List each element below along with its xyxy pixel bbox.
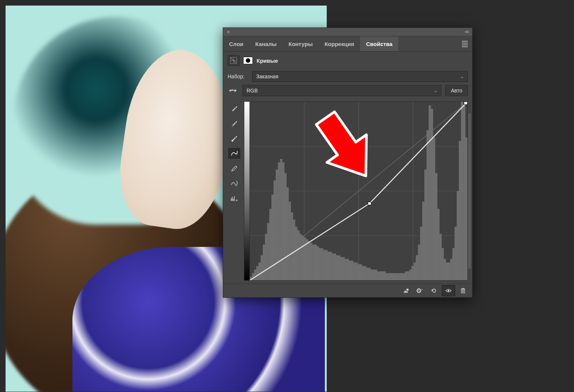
tab-adjustments[interactable]: Коррекция: [319, 36, 360, 51]
layer-mask-icon[interactable]: [242, 56, 254, 65]
svg-rect-46: [317, 246, 319, 280]
tab-paths[interactable]: Контуры: [283, 36, 319, 51]
svg-rect-70: [368, 268, 371, 280]
curves-plot[interactable]: [250, 102, 467, 280]
collapse-icon[interactable]: <<: [463, 29, 470, 35]
curve-point-tool[interactable]: [228, 148, 240, 159]
svg-rect-55: [336, 255, 338, 280]
white-point-eyedropper[interactable]: [229, 133, 240, 143]
svg-rect-103: [440, 234, 442, 280]
svg-rect-24: [269, 209, 271, 280]
svg-rect-29: [280, 159, 282, 280]
svg-rect-51: [327, 252, 330, 280]
curves-graph[interactable]: [244, 101, 468, 281]
svg-rect-5: [234, 196, 235, 201]
svg-rect-87: [405, 271, 407, 280]
visibility-icon[interactable]: [442, 285, 455, 296]
svg-rect-57: [340, 257, 343, 280]
svg-rect-107: [448, 262, 450, 280]
curves-editor: [228, 101, 468, 281]
hamburger-menu-icon[interactable]: [457, 36, 472, 51]
svg-rect-0: [232, 125, 233, 127]
svg-rect-45: [314, 245, 317, 280]
svg-rect-99: [431, 109, 433, 280]
black-point-eyedropper[interactable]: [229, 104, 240, 113]
svg-rect-102: [437, 209, 440, 280]
svg-rect-80: [390, 273, 392, 280]
svg-rect-118: [407, 289, 408, 291]
curves-icon[interactable]: [228, 55, 239, 66]
svg-rect-63: [353, 262, 355, 280]
svg-rect-117: [464, 102, 467, 105]
svg-rect-127: [462, 288, 464, 289]
svg-rect-106: [446, 262, 448, 280]
pencil-tool[interactable]: [229, 164, 240, 173]
svg-rect-41: [306, 239, 308, 280]
svg-rect-101: [435, 173, 437, 280]
svg-rect-72: [373, 270, 375, 280]
svg-point-120: [418, 290, 420, 291]
svg-rect-109: [452, 248, 454, 280]
svg-rect-116: [368, 202, 371, 205]
svg-rect-58: [342, 257, 345, 280]
svg-rect-19: [258, 262, 261, 280]
svg-rect-4: [233, 199, 234, 201]
svg-rect-79: [388, 273, 390, 280]
svg-rect-18: [256, 266, 258, 280]
svg-rect-47: [319, 248, 321, 280]
svg-rect-81: [392, 273, 394, 280]
svg-rect-74: [377, 271, 379, 280]
panel-titlebar[interactable]: × <<: [223, 28, 472, 36]
close-icon[interactable]: ×: [225, 29, 231, 35]
smooth-curve-tool[interactable]: [229, 179, 240, 188]
channel-select[interactable]: RGB ⌄: [242, 85, 441, 96]
properties-panel: × << Слои Каналы Контуры Коррекция Свойс…: [223, 27, 473, 298]
auto-button[interactable]: Авто: [445, 85, 468, 96]
svg-rect-7: [237, 200, 237, 201]
toggle-previous-icon[interactable]: [414, 285, 426, 296]
svg-rect-90: [411, 266, 414, 280]
svg-rect-92: [416, 255, 418, 280]
svg-rect-38: [299, 234, 301, 280]
tab-channels[interactable]: Каналы: [250, 36, 283, 51]
svg-rect-35: [293, 219, 295, 280]
clip-to-layer-icon[interactable]: [399, 285, 412, 296]
scrubby-slider-icon[interactable]: [228, 86, 239, 95]
output-gradient: [244, 102, 250, 280]
svg-rect-60: [347, 259, 349, 280]
channel-value: RGB: [247, 88, 258, 94]
svg-rect-44: [312, 245, 314, 280]
chevron-down-icon: ⌄: [460, 74, 464, 79]
svg-rect-75: [379, 271, 381, 280]
svg-rect-95: [422, 202, 424, 280]
svg-rect-53: [332, 254, 334, 280]
svg-rect-114: [463, 105, 465, 280]
svg-rect-126: [461, 289, 465, 290]
adjustment-header: Кривые: [228, 55, 468, 66]
svg-rect-30: [282, 163, 284, 280]
svg-rect-37: [297, 230, 300, 280]
gray-point-eyedropper[interactable]: [229, 118, 240, 128]
svg-rect-78: [386, 273, 388, 280]
preset-value: Заказная: [256, 74, 278, 79]
svg-rect-32: [287, 187, 289, 280]
preset-select[interactable]: Заказная ⌄: [252, 71, 468, 82]
svg-rect-31: [284, 173, 287, 280]
channel-row: RGB ⌄ Авто: [228, 85, 468, 96]
histogram-warning-tool[interactable]: [229, 193, 240, 203]
svg-rect-84: [398, 273, 401, 280]
svg-rect-21: [263, 245, 265, 280]
tab-layers[interactable]: Слои: [223, 36, 250, 51]
panel-scrollbar[interactable]: [468, 113, 471, 269]
svg-rect-82: [394, 273, 397, 280]
svg-rect-33: [288, 202, 291, 280]
trash-icon[interactable]: [457, 285, 469, 296]
curves-graph-wrap: [244, 101, 468, 281]
svg-rect-111: [457, 191, 459, 281]
svg-rect-48: [321, 248, 323, 280]
svg-rect-110: [454, 227, 457, 280]
svg-rect-40: [304, 238, 306, 280]
tab-properties[interactable]: Свойства: [360, 36, 398, 51]
svg-rect-54: [334, 254, 336, 280]
reset-icon[interactable]: [428, 285, 440, 296]
